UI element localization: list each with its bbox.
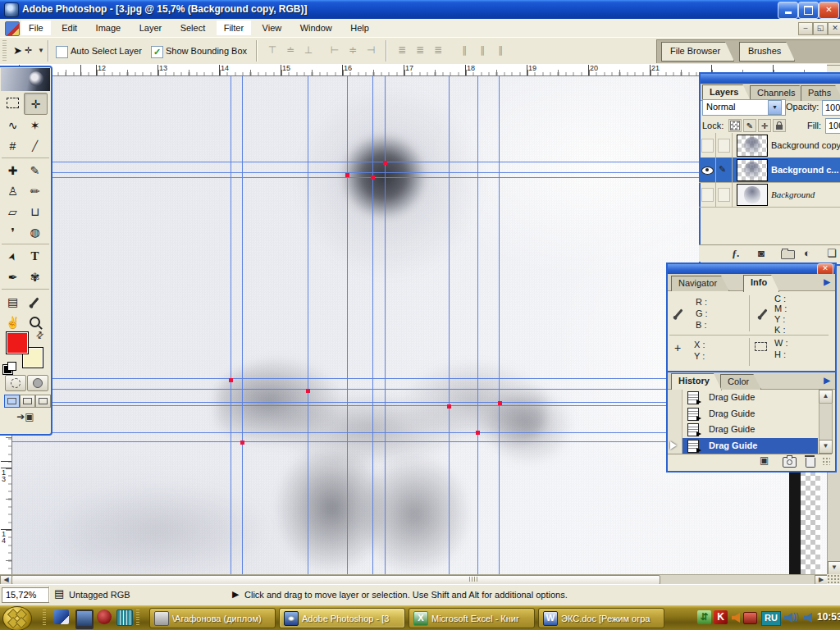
align-vertical-centers-button[interactable]: ≐ xyxy=(282,42,299,58)
eraser-tool[interactable]: ▱ xyxy=(2,201,24,221)
tray-display-icon[interactable] xyxy=(743,612,757,624)
layer-thumbnail[interactable] xyxy=(737,135,768,157)
tray-volume-orange-icon[interactable] xyxy=(732,613,740,623)
menu-edit[interactable]: Edit xyxy=(54,21,84,35)
new-document-from-state-button[interactable]: ▣ xyxy=(760,454,769,466)
document-close-button[interactable]: ✕ xyxy=(828,22,840,35)
history-item-selected[interactable]: Drag Guide xyxy=(668,438,818,454)
window-titlebar[interactable]: Adobe Photoshop - [3.jpg @ 15,7% (Backgr… xyxy=(0,0,840,19)
quicklaunch-opera-icon[interactable] xyxy=(97,609,112,624)
pen-tool[interactable]: ✒ xyxy=(2,267,24,287)
palette-resize-grip[interactable] xyxy=(822,457,830,465)
link-cell[interactable]: ✎ xyxy=(715,158,733,182)
menu-file[interactable]: File xyxy=(21,21,51,35)
brushes-tab[interactable]: Brushes xyxy=(739,42,795,62)
layer-name[interactable]: Background copy 2 xyxy=(771,140,840,150)
brush-tool[interactable]: ✎ xyxy=(24,160,46,180)
window-grow-box[interactable] xyxy=(827,574,840,584)
path-selection-tool[interactable]: ➤ xyxy=(2,246,24,267)
fullscreen-mode-button[interactable] xyxy=(35,395,51,408)
zoom-level-field[interactable]: 15,72% xyxy=(2,587,49,603)
layer-name[interactable]: Background c... xyxy=(771,165,839,175)
standard-mode-button[interactable] xyxy=(5,375,26,391)
menu-filter[interactable]: Filter xyxy=(217,21,251,35)
slice-tool[interactable]: ╱ xyxy=(24,135,46,156)
guide-horizontal[interactable] xyxy=(11,172,819,173)
quicklaunch-messenger-icon[interactable] xyxy=(54,609,69,624)
custom-shape-tool[interactable]: ✾ xyxy=(24,267,46,287)
history-source-cell[interactable] xyxy=(668,390,682,407)
fullscreen-menubar-mode-button[interactable] xyxy=(20,395,35,408)
distribute-top-button[interactable]: ≣ xyxy=(394,42,410,58)
link-cell[interactable] xyxy=(715,182,733,207)
clone-stamp-tool[interactable]: ♙ xyxy=(2,180,24,201)
document-icon[interactable] xyxy=(5,21,20,36)
menu-select[interactable]: Select xyxy=(173,21,213,35)
blend-mode-dropdown-icon[interactable]: ▼ xyxy=(768,100,782,115)
layer-style-button[interactable]: ƒ. xyxy=(732,247,740,260)
guide-vertical[interactable] xyxy=(449,75,450,574)
paint-bucket-tool[interactable]: ⊔ xyxy=(24,201,46,221)
history-scroll-down-button[interactable]: ▼ xyxy=(819,440,833,454)
layers-palette-titlebar[interactable] xyxy=(701,74,840,84)
layer-name[interactable]: Background xyxy=(771,189,815,199)
tray-kaspersky-icon[interactable]: K xyxy=(714,610,728,624)
align-horizontal-centers-button[interactable]: ≑ xyxy=(345,42,361,58)
history-source-cell[interactable] xyxy=(668,422,682,439)
tool-preset-dropdown-icon[interactable]: ▼ xyxy=(38,47,44,54)
tab-info[interactable]: Info xyxy=(743,275,779,292)
new-layer-button[interactable]: ❏ xyxy=(827,247,837,259)
show-bounding-box-checkbox[interactable]: ✓ xyxy=(151,46,163,58)
layer-thumbnail[interactable] xyxy=(737,184,768,206)
foreground-color-swatch[interactable] xyxy=(6,331,29,354)
history-state-slider[interactable] xyxy=(670,441,677,450)
align-left-button[interactable]: ⊢ xyxy=(326,42,343,58)
quicklaunch-display-icon[interactable] xyxy=(75,609,94,629)
menu-help[interactable]: Help xyxy=(343,21,377,35)
history-item[interactable]: Drag Guide xyxy=(668,422,818,438)
layer-row-background-copy-2[interactable]: Background copy 2 xyxy=(699,133,840,158)
start-button[interactable] xyxy=(2,606,32,630)
quicklaunch-keyboard-icon[interactable] xyxy=(116,609,133,626)
lock-all-button[interactable] xyxy=(773,119,786,132)
tab-history[interactable]: History xyxy=(671,373,722,390)
eye-icon[interactable] xyxy=(701,167,714,175)
default-colors-icon[interactable] xyxy=(3,362,15,373)
zoom-tool[interactable] xyxy=(24,312,46,332)
dodge-tool[interactable]: ◍ xyxy=(24,221,46,242)
toolbox-artwork[interactable] xyxy=(1,68,50,91)
file-browser-tab[interactable]: File Browser xyxy=(661,42,734,62)
guide-vertical[interactable] xyxy=(347,75,348,574)
close-button[interactable]: ✕ xyxy=(819,2,839,19)
type-tool[interactable]: T xyxy=(24,246,46,267)
blur-tool[interactable]: ❜ xyxy=(2,221,24,242)
history-step-label[interactable]: Drag Guide xyxy=(709,392,755,402)
lock-position-button[interactable]: ✛ xyxy=(758,119,771,132)
lock-transparency-button[interactable] xyxy=(728,119,742,132)
guide-horizontal[interactable] xyxy=(11,177,819,178)
lasso-tool[interactable]: ∿ xyxy=(2,115,24,135)
distribute-horizontal-centers-button[interactable]: ∥ xyxy=(474,42,491,58)
guide-vertical[interactable] xyxy=(308,75,308,574)
align-top-button[interactable]: ⊤ xyxy=(264,42,281,58)
menu-image[interactable]: Image xyxy=(89,21,129,35)
guide-vertical[interactable] xyxy=(499,75,500,574)
lock-image-button[interactable]: ✎ xyxy=(743,119,756,132)
distribute-bottom-button[interactable]: ≣ xyxy=(430,42,446,58)
quick-launch-grip[interactable] xyxy=(43,609,46,626)
hand-tool[interactable]: ✌ xyxy=(2,312,24,332)
guide-vertical[interactable] xyxy=(477,75,478,574)
quick-mask-mode-button[interactable] xyxy=(27,375,48,391)
options-bar-grip[interactable] xyxy=(2,40,7,62)
history-step-label[interactable]: Drag Guide xyxy=(709,424,755,434)
guide-horizontal[interactable] xyxy=(11,162,819,162)
distribute-right-button[interactable]: ∥ xyxy=(492,42,509,58)
history-scroll-track[interactable] xyxy=(819,403,833,441)
maximize-button[interactable] xyxy=(798,2,819,19)
info-palette-titlebar[interactable]: ✕ xyxy=(668,264,835,274)
guide-vertical[interactable] xyxy=(231,75,231,574)
fill-value[interactable]: 100 xyxy=(825,118,840,134)
minimize-button[interactable] xyxy=(778,2,798,19)
language-indicator[interactable]: RU xyxy=(761,611,781,626)
add-layer-mask-button[interactable]: ◙ xyxy=(758,247,765,259)
